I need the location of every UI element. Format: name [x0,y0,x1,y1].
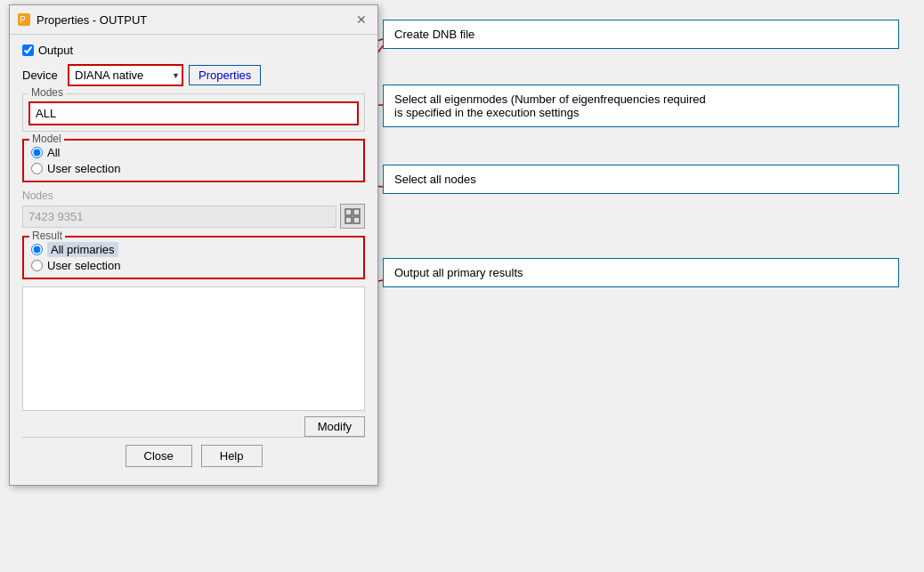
close-window-button[interactable]: ✕ [353,11,370,28]
dialog-content: Output Device DIANA native Properties Mo… [10,35,377,485]
model-user-radio[interactable] [31,163,43,174]
model-user-label[interactable]: User selection [47,162,120,175]
modify-button[interactable]: Modify [304,416,365,437]
svg-rect-15 [345,217,352,223]
help-button[interactable]: Help [201,445,263,467]
result-all-label[interactable]: All primaries [47,243,118,256]
nodes-picker-icon [344,208,361,224]
nodes-row [22,204,365,229]
bottom-buttons: Close Help [22,437,365,476]
model-user-row: User selection [31,162,356,175]
callout-1-text: Create DNB file [394,28,474,41]
modify-row: Modify [22,416,365,437]
output-checkbox[interactable] [22,44,34,56]
nodes-label: Nodes [22,189,365,202]
callout-1-box: Create DNB file [383,20,899,49]
result-legend: Result [29,230,65,242]
modes-legend: Modes [28,86,66,99]
result-user-label[interactable]: User selection [47,259,120,272]
output-label[interactable]: Output [38,44,73,57]
callout-4-box: Output all primary results [383,258,899,287]
callout-2-text: Select all eigenmodes (Number of eigenfr… [394,93,706,119]
callout-2: Select all eigenmodes (Number of eigenfr… [383,85,899,133]
callout-1: Create DNB file [383,20,899,54]
callout-3-text: Select all nodes [394,173,476,186]
app-icon: P [17,12,31,27]
output-checkbox-row: Output [22,44,365,57]
callout-3-box: Select all nodes [383,165,899,194]
title-bar-left: P Properties - OUTPUT [17,12,147,27]
model-all-label[interactable]: All [47,146,60,159]
title-bar: P Properties - OUTPUT ✕ [10,5,377,35]
callout-2-box: Select all eigenmodes (Number of eigenfr… [383,85,899,127]
result-group: Result All primaries User selection [22,236,365,279]
modes-group: Modes [22,93,365,132]
model-all-radio[interactable] [31,147,43,158]
window-title: Properties - OUTPUT [36,13,147,27]
result-all-radio[interactable] [31,244,43,255]
device-select[interactable]: DIANA native [68,64,183,86]
nodes-input[interactable] [22,205,336,228]
svg-rect-13 [345,209,352,215]
result-all-row: All primaries [31,243,356,256]
svg-rect-16 [353,217,360,223]
model-legend: Model [29,133,64,145]
modes-input[interactable] [28,101,359,125]
svg-rect-14 [353,209,360,215]
nodes-picker-button[interactable] [340,204,365,229]
callout-3: Select all nodes [383,165,899,199]
all-primaries-badge: All primaries [47,242,118,257]
device-label: Device [22,68,62,82]
device-row: Device DIANA native Properties [22,64,365,86]
callout-4: Output all primary results [383,258,899,293]
result-list-area [22,286,365,411]
model-group: Model All User selection [22,139,365,182]
device-select-wrapper: DIANA native [68,64,183,86]
dialog-window: P Properties - OUTPUT ✕ Output Device DI… [9,4,378,486]
result-user-radio[interactable] [31,260,43,271]
properties-button[interactable]: Properties [189,65,261,85]
nodes-section: Nodes [22,189,365,229]
model-all-row: All [31,146,356,159]
result-user-row: User selection [31,259,356,272]
svg-text:P: P [20,15,26,25]
close-button[interactable]: Close [126,445,192,467]
callout-4-text: Output all primary results [394,266,523,279]
